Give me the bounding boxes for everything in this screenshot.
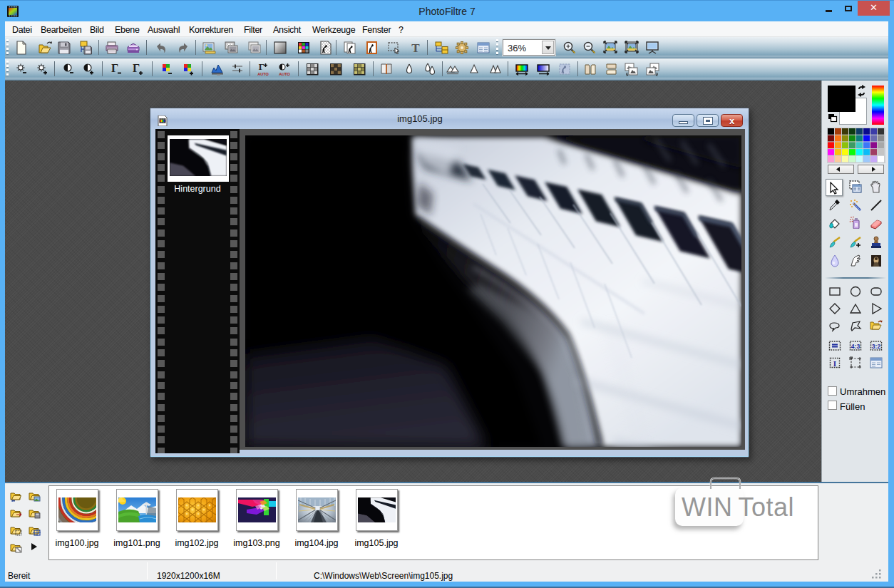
svg-text:T: T xyxy=(411,41,420,55)
svg-text:4:3: 4:3 xyxy=(851,343,860,350)
svg-text:I: I xyxy=(833,359,836,368)
svg-text:Γ: Γ xyxy=(111,62,118,74)
svg-text:Γ: Γ xyxy=(259,62,264,72)
svg-text:Γ: Γ xyxy=(133,62,140,74)
svg-text:3:2: 3:2 xyxy=(872,343,881,350)
svg-text:AUTO: AUTO xyxy=(257,72,269,76)
svg-text:AUTO: AUTO xyxy=(279,72,290,76)
